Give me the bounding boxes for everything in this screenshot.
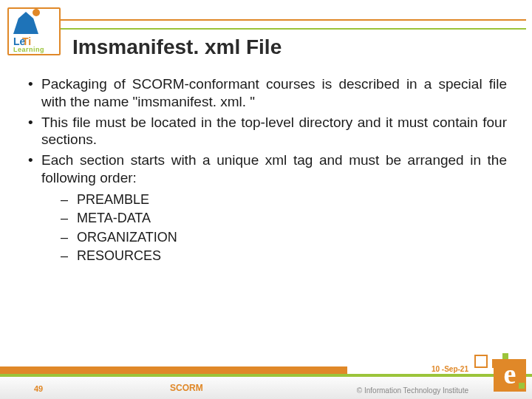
slide-title: Imsmanifest. xml File <box>72 35 282 59</box>
footer-center-title: SCORM <box>170 383 203 393</box>
bullet-list: Packaging of SCORM-conformant courses is… <box>25 75 507 265</box>
bullet-item: Each section starts with a unique xml ta… <box>25 151 507 265</box>
sub-bullet-item: ORGANIZATION <box>61 229 507 246</box>
bullet-item: Packaging of SCORM-conformant courses is… <box>25 75 507 111</box>
slide-number: 49 <box>34 384 43 393</box>
sub-bullet-item: META-DATA <box>61 210 507 227</box>
footer-date: 10 -Sep-21 <box>432 365 468 373</box>
top-rule-orange <box>59 19 526 21</box>
brand-text-sub: Learning <box>13 46 44 53</box>
footer-accent-orange <box>0 366 347 374</box>
brand-logo: Le Ti Learning <box>7 7 61 55</box>
runner-head-icon <box>33 9 40 16</box>
bullet-text: Each section starts with a unique xml ta… <box>41 152 507 185</box>
footer-copyright: © Information Technology Institute <box>357 386 468 395</box>
sub-bullet-item: PREAMBLE <box>61 191 507 208</box>
sub-bullet-item: RESOURCES <box>61 248 507 265</box>
org-logo-dot-icon <box>519 383 525 389</box>
top-rule-green <box>59 28 526 30</box>
bullet-item: This file must be located in the top-lev… <box>25 114 507 149</box>
square-outline-icon <box>474 355 488 368</box>
sub-bullet-list: PREAMBLE META-DATA ORGANIZATION RESOURCE… <box>61 191 507 265</box>
org-logo: e <box>474 352 526 395</box>
slide-content: Packaging of SCORM-conformant courses is… <box>25 75 507 267</box>
